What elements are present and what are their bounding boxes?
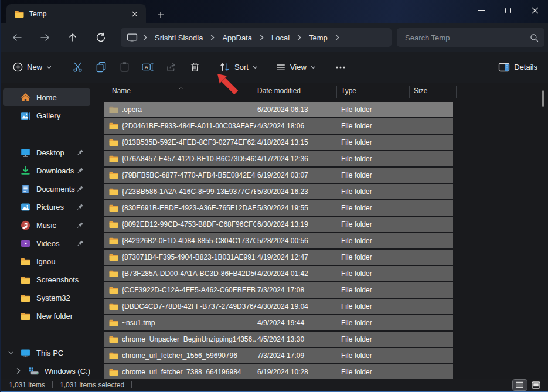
search-input[interactable]	[405, 33, 530, 42]
file-row[interactable]: chrome_url_fetcher_1556_596907967/3/2024…	[104, 348, 453, 363]
file-row[interactable]: .opera6/20/2024 06:13File folder	[104, 102, 453, 117]
forward-button[interactable]	[36, 28, 55, 47]
file-row[interactable]: {723BB586-1A2A-416C-8F99-13E9377C7E...5/…	[104, 184, 453, 199]
sidebar-item-music[interactable]: Music	[3, 216, 90, 234]
file-row[interactable]: {79BFB5BC-6877-4770-AFB4-B5E0842E48...6/…	[104, 168, 453, 183]
details-pane-button[interactable]: Details	[493, 57, 543, 78]
items-count: 1,031 items	[9, 381, 45, 389]
sidebar-item-home[interactable]: Home	[3, 88, 90, 106]
file-type: File folder	[341, 368, 411, 376]
file-row[interactable]: ~nsu1.tmp4/9/2024 19:44File folder	[104, 315, 453, 330]
file-row[interactable]: {842926B2-0F1D-4D84-8855-C804C1737C...5/…	[104, 233, 453, 248]
column-header-type[interactable]: Type	[341, 87, 356, 95]
close-button[interactable]	[522, 0, 548, 21]
back-button[interactable]	[8, 28, 26, 47]
share-icon	[166, 62, 177, 73]
sidebar-item-screenshots[interactable]: Screenshots	[3, 271, 90, 288]
file-row[interactable]: chrome_Unpacker_BeginUnzipping14356...4/…	[104, 332, 453, 347]
breadcrumb-item[interactable]: Srishti Sisodia	[152, 32, 205, 43]
column-header-name[interactable]: Name	[112, 87, 131, 95]
vertical-scrollbar[interactable]	[542, 90, 544, 107]
paste-button[interactable]	[113, 57, 136, 78]
file-row[interactable]: {013B535D-592E-4FED-8CF3-02774EF6217...4…	[104, 135, 453, 150]
tab-close-icon[interactable]	[128, 8, 141, 21]
file-row[interactable]: {076A8457-E457-412D-BE10-B6C73D5462...4/…	[104, 151, 453, 166]
file-name: {830E691B-EBDE-4923-A36E-765F12DAEB...	[122, 204, 256, 212]
new-tab-button[interactable]	[153, 8, 168, 22]
new-button[interactable]: New	[8, 57, 57, 78]
view-button[interactable]: View	[270, 57, 321, 78]
file-rows: .opera6/20/2024 06:13File folder{2D0461B…	[104, 102, 453, 379]
sidebar-item-this-pc[interactable]: This PC	[3, 344, 90, 362]
downloads-icon	[21, 166, 30, 176]
maximize-button[interactable]	[495, 0, 522, 21]
pin-icon	[77, 203, 84, 210]
file-type: File folder	[341, 253, 411, 261]
file-name: .opera	[122, 105, 256, 114]
folder-icon	[109, 335, 118, 343]
minimize-icon	[478, 10, 485, 11]
column-divider[interactable]	[253, 86, 253, 98]
chevron-down-icon[interactable]	[8, 350, 21, 355]
sidebar-item-new-folder[interactable]: New folder	[3, 307, 90, 325]
sidebar-item-documents[interactable]: Documents	[3, 180, 90, 197]
desktop-icon[interactable]	[127, 33, 138, 43]
search-box[interactable]	[397, 28, 544, 47]
up-button[interactable]	[63, 28, 82, 47]
icons-view-toggle[interactable]	[529, 380, 543, 390]
pin-icon	[77, 221, 84, 229]
chevron-right-icon[interactable]	[16, 367, 29, 374]
file-row[interactable]: {B73F285A-DD00-4A1A-BC3D-86FB42D56...4/2…	[104, 266, 453, 281]
details-view-toggle[interactable]	[513, 380, 527, 390]
svg-text:A: A	[144, 64, 148, 70]
sidebar-item-system32[interactable]: System32	[3, 289, 90, 306]
column-divider[interactable]	[409, 86, 410, 98]
sidebar-item-pictures[interactable]: Pictures	[3, 198, 90, 216]
desktop-icon	[21, 148, 30, 158]
file-name: {873071B4-F395-4904-B823-1B031AE9916E}	[122, 253, 256, 261]
folder-icon	[109, 204, 118, 212]
file-name: chrome_Unpacker_BeginUnzipping14356...	[122, 335, 256, 343]
folder-icon	[109, 319, 118, 327]
share-button[interactable]	[159, 57, 183, 78]
sidebar-item-desktop[interactable]: Desktop	[3, 144, 90, 161]
file-row[interactable]: {CCF3922D-C12A-4FE5-A462-C60EBEFBC...7/3…	[104, 282, 453, 298]
sidebar-item-downloads[interactable]: Downloads	[3, 162, 90, 179]
folder-icon	[15, 10, 24, 18]
delete-button[interactable]	[183, 57, 206, 78]
file-date-modified: 4/3/2024 18:06	[257, 122, 339, 130]
file-row[interactable]: {2D0461BF-F933-484F-A011-00C03AFAEA...4/…	[104, 118, 453, 134]
tab-temp[interactable]: Temp	[6, 4, 146, 23]
selected-count: 1,031 items selected	[60, 381, 124, 389]
sidebar-item-gallery[interactable]: Gallery	[3, 107, 90, 124]
toolbar-separator	[62, 60, 62, 74]
file-row[interactable]: {DBDC4CD7-78D8-42FF-B737-2749D376A...4/3…	[104, 299, 453, 314]
breadcrumb-item[interactable]: Local	[269, 32, 292, 43]
column-header-date[interactable]: Date modified	[257, 87, 301, 95]
file-row[interactable]: {8092ED12-99CD-4753-B8DF-C68F96CFC...6/3…	[104, 217, 453, 232]
column-divider[interactable]	[456, 86, 457, 98]
file-date-modified: 7/3/2024 17:09	[257, 352, 339, 360]
cut-button[interactable]	[66, 57, 89, 78]
breadcrumb: Srishti SisodiaAppDataLocalTemp	[121, 28, 392, 47]
sort-ascending-caret-icon	[178, 83, 183, 91]
sidebar-item-windows-c-[interactable]: Windows (C:)	[3, 362, 90, 379]
file-row[interactable]: chrome_url_fetcher_7388_6641969846/19/20…	[104, 364, 453, 379]
breadcrumb-item[interactable]: Temp	[307, 32, 330, 43]
sidebar-item-videos[interactable]: Videos	[3, 234, 90, 252]
breadcrumb-item[interactable]: AppData	[220, 32, 254, 43]
back-arrow-icon	[12, 32, 22, 43]
minimize-button[interactable]	[468, 0, 495, 21]
copy-button[interactable]	[89, 57, 113, 78]
refresh-button[interactable]	[91, 28, 110, 47]
file-type: File folder	[341, 352, 411, 360]
more-options-button[interactable]	[329, 57, 352, 78]
sidebar-item-ignou[interactable]: Ignou	[3, 253, 90, 270]
column-divider[interactable]	[336, 86, 337, 98]
rename-button[interactable]: A	[136, 57, 159, 78]
file-row[interactable]: {873071B4-F395-4904-B823-1B031AE9916E}4/…	[104, 250, 453, 265]
file-name: {076A8457-E457-412D-BE10-B6C73D5462...	[122, 155, 256, 163]
search-icon[interactable]	[530, 33, 539, 42]
file-row[interactable]: {830E691B-EBDE-4923-A36E-765F12DAEB...5/…	[104, 200, 453, 216]
column-header-size[interactable]: Size	[414, 87, 427, 95]
